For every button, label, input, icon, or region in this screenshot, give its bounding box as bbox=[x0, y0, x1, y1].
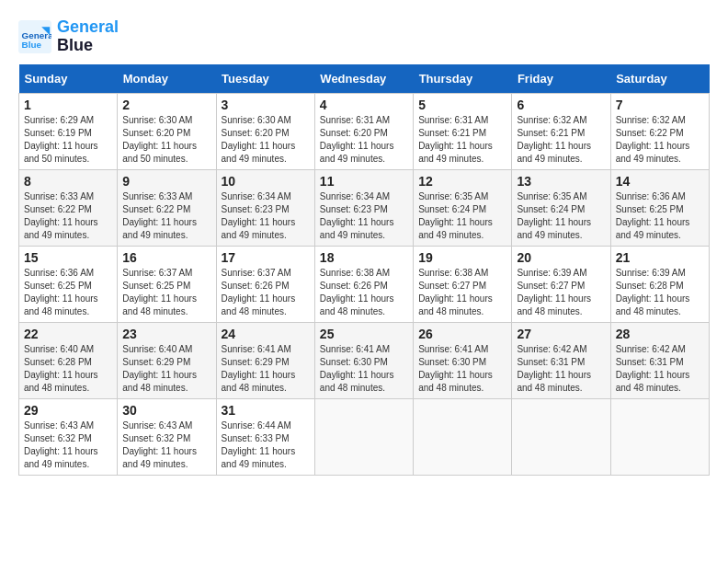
day-info: Sunrise: 6:30 AMSunset: 6:20 PMDaylight:… bbox=[222, 115, 296, 164]
calendar-cell: 5 Sunrise: 6:31 AMSunset: 6:21 PMDayligh… bbox=[414, 93, 512, 169]
day-number: 3 bbox=[222, 98, 310, 112]
day-info: Sunrise: 6:32 AMSunset: 6:22 PMDaylight:… bbox=[616, 115, 690, 164]
calendar-cell: 13 Sunrise: 6:35 AMSunset: 6:24 PMDaylig… bbox=[512, 169, 610, 246]
day-number: 29 bbox=[24, 403, 112, 418]
day-info: Sunrise: 6:31 AMSunset: 6:21 PMDaylight:… bbox=[418, 115, 493, 164]
calendar-table: SundayMondayTuesdayWednesdayThursdayFrid… bbox=[18, 64, 710, 476]
day-number: 16 bbox=[122, 250, 210, 265]
day-number: 5 bbox=[418, 98, 506, 112]
header-day-tuesday: Tuesday bbox=[216, 64, 314, 94]
day-info: Sunrise: 6:40 AMSunset: 6:29 PMDaylight:… bbox=[122, 344, 197, 393]
day-number: 27 bbox=[517, 327, 605, 341]
header-day-friday: Friday bbox=[512, 64, 610, 94]
day-info: Sunrise: 6:36 AMSunset: 6:25 PMDaylight:… bbox=[24, 268, 98, 316]
day-number: 22 bbox=[24, 327, 112, 341]
calendar-cell: 22 Sunrise: 6:40 AMSunset: 6:28 PMDaylig… bbox=[19, 322, 118, 398]
header-day-monday: Monday bbox=[118, 64, 216, 94]
calendar-cell: 30 Sunrise: 6:43 AMSunset: 6:32 PMDaylig… bbox=[118, 398, 216, 475]
day-info: Sunrise: 6:35 AMSunset: 6:24 PMDaylight:… bbox=[418, 191, 493, 240]
day-number: 23 bbox=[122, 327, 210, 341]
day-info: Sunrise: 6:35 AMSunset: 6:24 PMDaylight:… bbox=[517, 191, 591, 240]
calendar-cell: 3 Sunrise: 6:30 AMSunset: 6:20 PMDayligh… bbox=[216, 93, 314, 169]
logo-text: GeneralBlue bbox=[57, 18, 119, 55]
day-number: 30 bbox=[122, 403, 210, 418]
day-number: 12 bbox=[418, 174, 506, 189]
day-number: 11 bbox=[320, 174, 408, 189]
calendar-cell: 4 Sunrise: 6:31 AMSunset: 6:20 PMDayligh… bbox=[314, 93, 413, 169]
calendar-week-row: 15 Sunrise: 6:36 AMSunset: 6:25 PMDaylig… bbox=[19, 246, 710, 322]
calendar-cell: 19 Sunrise: 6:38 AMSunset: 6:27 PMDaylig… bbox=[414, 246, 512, 322]
calendar-cell bbox=[512, 398, 610, 475]
day-number: 15 bbox=[24, 250, 112, 265]
day-info: Sunrise: 6:42 AMSunset: 6:31 PMDaylight:… bbox=[616, 344, 690, 393]
day-info: Sunrise: 6:40 AMSunset: 6:28 PMDaylight:… bbox=[24, 344, 98, 393]
day-number: 13 bbox=[517, 174, 605, 189]
calendar-cell bbox=[314, 398, 413, 475]
logo: General Blue GeneralBlue bbox=[18, 18, 119, 55]
calendar-header-row: SundayMondayTuesdayWednesdayThursdayFrid… bbox=[19, 64, 710, 94]
day-number: 8 bbox=[24, 174, 112, 189]
svg-text:Blue: Blue bbox=[22, 39, 42, 49]
calendar-cell: 1 Sunrise: 6:29 AMSunset: 6:19 PMDayligh… bbox=[19, 93, 118, 169]
calendar-cell: 12 Sunrise: 6:35 AMSunset: 6:24 PMDaylig… bbox=[414, 169, 512, 246]
day-number: 10 bbox=[222, 174, 310, 189]
header-day-sunday: Sunday bbox=[19, 64, 118, 94]
day-info: Sunrise: 6:34 AMSunset: 6:23 PMDaylight:… bbox=[222, 191, 296, 240]
day-number: 2 bbox=[122, 98, 210, 112]
day-info: Sunrise: 6:39 AMSunset: 6:28 PMDaylight:… bbox=[616, 268, 690, 316]
day-info: Sunrise: 6:30 AMSunset: 6:20 PMDaylight:… bbox=[122, 115, 197, 164]
day-info: Sunrise: 6:41 AMSunset: 6:29 PMDaylight:… bbox=[222, 344, 296, 393]
header-day-saturday: Saturday bbox=[610, 64, 709, 94]
calendar-cell: 7 Sunrise: 6:32 AMSunset: 6:22 PMDayligh… bbox=[610, 93, 709, 169]
day-number: 24 bbox=[222, 327, 310, 341]
day-number: 31 bbox=[222, 403, 310, 418]
calendar-week-row: 22 Sunrise: 6:40 AMSunset: 6:28 PMDaylig… bbox=[19, 322, 710, 398]
calendar-cell: 18 Sunrise: 6:38 AMSunset: 6:26 PMDaylig… bbox=[314, 246, 413, 322]
day-info: Sunrise: 6:43 AMSunset: 6:32 PMDaylight:… bbox=[24, 420, 98, 469]
calendar-week-row: 1 Sunrise: 6:29 AMSunset: 6:19 PMDayligh… bbox=[19, 93, 710, 169]
calendar-cell: 11 Sunrise: 6:34 AMSunset: 6:23 PMDaylig… bbox=[314, 169, 413, 246]
calendar-cell: 10 Sunrise: 6:34 AMSunset: 6:23 PMDaylig… bbox=[216, 169, 314, 246]
day-info: Sunrise: 6:33 AMSunset: 6:22 PMDaylight:… bbox=[24, 191, 98, 240]
day-number: 18 bbox=[320, 250, 408, 265]
calendar-cell: 14 Sunrise: 6:36 AMSunset: 6:25 PMDaylig… bbox=[610, 169, 709, 246]
calendar-cell: 8 Sunrise: 6:33 AMSunset: 6:22 PMDayligh… bbox=[19, 169, 118, 246]
calendar-cell: 29 Sunrise: 6:43 AMSunset: 6:32 PMDaylig… bbox=[19, 398, 118, 475]
calendar-cell: 23 Sunrise: 6:40 AMSunset: 6:29 PMDaylig… bbox=[118, 322, 216, 398]
day-info: Sunrise: 6:29 AMSunset: 6:19 PMDaylight:… bbox=[24, 115, 98, 164]
day-info: Sunrise: 6:43 AMSunset: 6:32 PMDaylight:… bbox=[122, 420, 197, 469]
day-number: 25 bbox=[320, 327, 408, 341]
day-info: Sunrise: 6:37 AMSunset: 6:25 PMDaylight:… bbox=[122, 268, 197, 316]
day-info: Sunrise: 6:32 AMSunset: 6:21 PMDaylight:… bbox=[517, 115, 591, 164]
day-info: Sunrise: 6:44 AMSunset: 6:33 PMDaylight:… bbox=[222, 420, 296, 469]
calendar-cell: 31 Sunrise: 6:44 AMSunset: 6:33 PMDaylig… bbox=[216, 398, 314, 475]
day-number: 7 bbox=[616, 98, 704, 112]
day-number: 1 bbox=[24, 98, 112, 112]
day-info: Sunrise: 6:42 AMSunset: 6:31 PMDaylight:… bbox=[517, 344, 591, 393]
day-info: Sunrise: 6:36 AMSunset: 6:25 PMDaylight:… bbox=[616, 191, 690, 240]
day-info: Sunrise: 6:41 AMSunset: 6:30 PMDaylight:… bbox=[320, 344, 394, 393]
calendar-week-row: 8 Sunrise: 6:33 AMSunset: 6:22 PMDayligh… bbox=[19, 169, 710, 246]
day-number: 21 bbox=[616, 250, 704, 265]
logo-icon: General Blue bbox=[18, 20, 51, 53]
calendar-cell: 24 Sunrise: 6:41 AMSunset: 6:29 PMDaylig… bbox=[216, 322, 314, 398]
day-number: 9 bbox=[122, 174, 210, 189]
calendar-cell: 6 Sunrise: 6:32 AMSunset: 6:21 PMDayligh… bbox=[512, 93, 610, 169]
day-number: 14 bbox=[616, 174, 704, 189]
day-info: Sunrise: 6:41 AMSunset: 6:30 PMDaylight:… bbox=[418, 344, 493, 393]
calendar-cell bbox=[414, 398, 512, 475]
calendar-week-row: 29 Sunrise: 6:43 AMSunset: 6:32 PMDaylig… bbox=[19, 398, 710, 475]
day-info: Sunrise: 6:33 AMSunset: 6:22 PMDaylight:… bbox=[122, 191, 197, 240]
calendar-cell bbox=[610, 398, 709, 475]
day-info: Sunrise: 6:39 AMSunset: 6:27 PMDaylight:… bbox=[517, 268, 591, 316]
day-number: 4 bbox=[320, 98, 408, 112]
calendar-cell: 21 Sunrise: 6:39 AMSunset: 6:28 PMDaylig… bbox=[610, 246, 709, 322]
calendar-cell: 9 Sunrise: 6:33 AMSunset: 6:22 PMDayligh… bbox=[118, 169, 216, 246]
day-number: 26 bbox=[418, 327, 506, 341]
calendar-cell: 27 Sunrise: 6:42 AMSunset: 6:31 PMDaylig… bbox=[512, 322, 610, 398]
calendar-cell: 17 Sunrise: 6:37 AMSunset: 6:26 PMDaylig… bbox=[216, 246, 314, 322]
day-number: 20 bbox=[517, 250, 605, 265]
calendar-cell: 25 Sunrise: 6:41 AMSunset: 6:30 PMDaylig… bbox=[314, 322, 413, 398]
calendar-cell: 26 Sunrise: 6:41 AMSunset: 6:30 PMDaylig… bbox=[414, 322, 512, 398]
day-info: Sunrise: 6:34 AMSunset: 6:23 PMDaylight:… bbox=[320, 191, 394, 240]
